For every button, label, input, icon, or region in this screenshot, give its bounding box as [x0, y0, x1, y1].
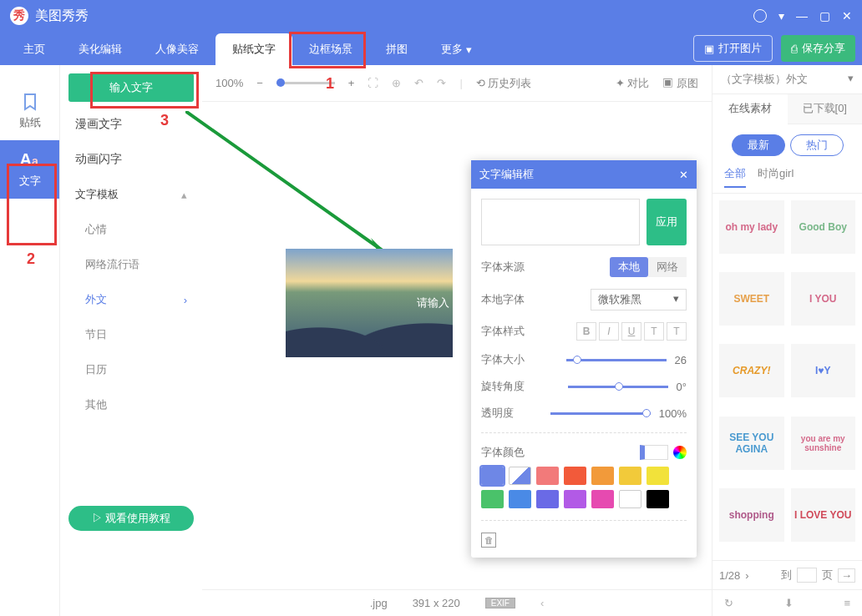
- annotation-box-1: [289, 32, 366, 68]
- compare-button[interactable]: ✦ 对比: [616, 76, 650, 91]
- undo-icon[interactable]: ↶: [414, 77, 423, 89]
- thumb[interactable]: I♥Y: [791, 344, 856, 397]
- template-calendar[interactable]: 日历: [68, 352, 194, 387]
- dialog-title: 文字编辑框: [479, 167, 534, 182]
- font-size-slider[interactable]: [566, 359, 667, 361]
- menubar: 主页 美化编辑 人像美容 贴纸文字 边框场景 拼图 更多 ▾ ▣打开图片 ⎙保存…: [0, 32, 862, 65]
- font-source-toggle[interactable]: 本地网络: [610, 257, 687, 277]
- annotation-box-2: [7, 164, 57, 245]
- chevron-left-icon[interactable]: ‹: [540, 597, 544, 609]
- underline-button[interactable]: U: [621, 322, 641, 341]
- list-icon[interactable]: ≡: [844, 597, 850, 609]
- category-comic[interactable]: 漫画文字: [68, 107, 194, 142]
- swatch[interactable]: [509, 490, 531, 508]
- search-icon[interactable]: ⊕: [392, 77, 401, 89]
- swatch[interactable]: [481, 490, 504, 508]
- cat-girl[interactable]: 时尚girl: [758, 166, 794, 188]
- strike-button[interactable]: T: [644, 322, 664, 341]
- tab-portrait[interactable]: 人像美容: [139, 33, 216, 65]
- tab-home[interactable]: 主页: [7, 33, 62, 65]
- swatch[interactable]: [564, 467, 586, 485]
- download-icon[interactable]: ⬇: [784, 597, 794, 609]
- italic-button[interactable]: I: [599, 322, 619, 341]
- opacity-slider[interactable]: [550, 412, 651, 415]
- open-image-button[interactable]: ▣打开图片: [693, 35, 773, 62]
- rotate-slider[interactable]: [568, 386, 668, 388]
- bottom-tools: ↻ ⬇ ≡: [712, 589, 862, 616]
- template-mood[interactable]: 心情: [68, 212, 194, 247]
- save-share-button[interactable]: ⎙保存分享: [781, 35, 855, 62]
- annotation-label-2: 2: [27, 250, 35, 268]
- text-placeholder[interactable]: 请输入: [417, 295, 453, 311]
- filter-new[interactable]: 最新: [732, 134, 785, 156]
- next-page-button[interactable]: ›: [745, 569, 748, 582]
- template-other[interactable]: 其他: [68, 387, 194, 422]
- go-page-button[interactable]: →: [838, 568, 855, 583]
- thumb[interactable]: SEE YOU AGINA: [719, 417, 784, 470]
- zoom-out-button[interactable]: −: [256, 77, 263, 89]
- dialog-close-button[interactable]: ✕: [679, 169, 688, 181]
- feedback-icon[interactable]: [753, 9, 767, 23]
- color-preview: [640, 445, 668, 460]
- original-button[interactable]: ▣ 原图: [662, 76, 698, 91]
- tab-sticker-text[interactable]: 贴纸文字: [216, 33, 292, 65]
- category-template[interactable]: 文字模板▴: [68, 177, 194, 212]
- dropdown-icon[interactable]: ▾: [778, 9, 784, 23]
- template-foreign[interactable]: 外文›: [68, 282, 194, 317]
- swatch[interactable]: [646, 490, 669, 508]
- color-picker-button[interactable]: [673, 446, 687, 459]
- thumb[interactable]: CRAZY!: [719, 344, 784, 397]
- tab-online[interactable]: 在线素材: [712, 94, 788, 124]
- swatch[interactable]: [536, 467, 559, 485]
- tab-collage[interactable]: 拼图: [369, 33, 424, 65]
- apply-button[interactable]: 应用: [646, 199, 687, 245]
- close-button[interactable]: ✕: [842, 9, 852, 23]
- category-anim[interactable]: 动画闪字: [68, 142, 194, 177]
- thumb[interactable]: SWEET: [719, 272, 784, 326]
- swatch[interactable]: [591, 490, 614, 508]
- zoom-in-button[interactable]: +: [348, 77, 355, 89]
- refresh-icon[interactable]: ↻: [724, 597, 733, 609]
- template-net[interactable]: 网络流行语: [68, 247, 194, 282]
- guide-button[interactable]: ▷ 观看使用教程: [68, 506, 194, 531]
- thumb[interactable]: I YOU: [791, 272, 856, 326]
- canvas-image[interactable]: 请输入: [286, 249, 453, 357]
- delete-button[interactable]: 🗑: [481, 533, 496, 548]
- swatch[interactable]: [509, 467, 531, 485]
- tab-more[interactable]: 更多 ▾: [424, 33, 489, 65]
- font-dropdown[interactable]: 微软雅黑▾: [591, 289, 687, 311]
- swatch[interactable]: [481, 467, 504, 485]
- maximize-button[interactable]: ▢: [819, 9, 830, 23]
- annotation-label-1: 1: [326, 75, 334, 93]
- swatch[interactable]: [536, 490, 559, 508]
- annotation-label-3: 3: [160, 112, 169, 129]
- right-panel-title[interactable]: （文字模板）外文▾: [712, 65, 862, 94]
- redo-icon[interactable]: ↷: [437, 77, 446, 89]
- thumb[interactable]: Good Boy: [791, 200, 856, 254]
- exif-button[interactable]: EXIF: [485, 598, 515, 608]
- cat-all[interactable]: 全部: [724, 166, 746, 188]
- chevron-down-icon: ▾: [673, 292, 679, 307]
- thumb[interactable]: I LOVE YOU: [791, 488, 856, 542]
- thumb[interactable]: shopping: [719, 488, 784, 542]
- vertical-button[interactable]: T: [667, 322, 687, 341]
- svg-line-0: [185, 111, 386, 253]
- bold-button[interactable]: B: [576, 322, 596, 341]
- rail-sticker[interactable]: 贴纸: [0, 82, 59, 140]
- tab-downloaded[interactable]: 已下载[0]: [788, 94, 863, 124]
- swatch[interactable]: [591, 467, 614, 485]
- swatch[interactable]: [646, 467, 669, 485]
- thumb[interactable]: oh my lady: [719, 200, 784, 254]
- swatch[interactable]: [619, 490, 641, 508]
- tab-beautify[interactable]: 美化编辑: [62, 33, 139, 65]
- text-input[interactable]: [481, 199, 640, 245]
- filter-hot[interactable]: 热门: [790, 134, 844, 156]
- fit-icon[interactable]: ⛶: [368, 77, 378, 89]
- template-festival[interactable]: 节日: [68, 317, 194, 352]
- minimize-button[interactable]: —: [796, 9, 808, 23]
- history-button[interactable]: ⟲ 历史列表: [476, 76, 532, 91]
- swatch[interactable]: [619, 467, 641, 485]
- page-input[interactable]: [797, 568, 817, 583]
- thumb[interactable]: you are my sunshine: [791, 417, 856, 470]
- swatch[interactable]: [564, 490, 586, 508]
